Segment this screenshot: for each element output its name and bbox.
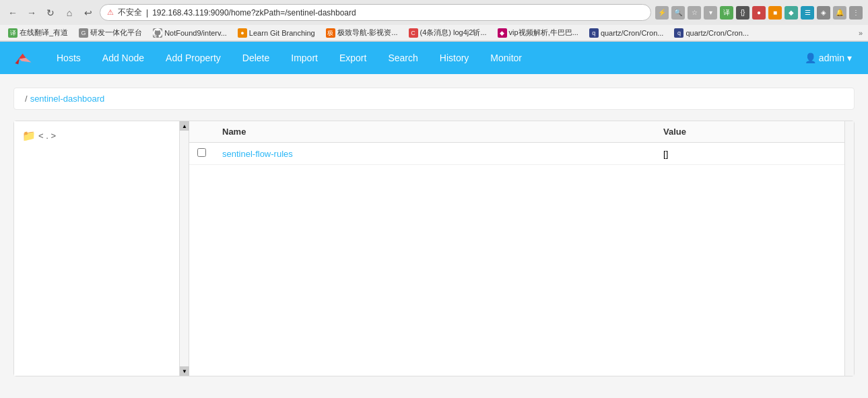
lightning-icon[interactable]: ⚡ — [655, 6, 669, 20]
extension4-icon[interactable]: ☰ — [801, 6, 814, 20]
bookmark-platform[interactable]: G 研发一体化平台 — [76, 27, 145, 38]
page-content: / sentinel-dashboard 📁 < . > ▲ ▼ Name — [0, 74, 868, 390]
bookmark-gitbranch-icon: ● — [238, 28, 247, 38]
bookmark-github-label: NotFound9/interv... — [164, 29, 227, 37]
home-button[interactable]: ⌂ — [62, 5, 77, 20]
admin-icon: 👤 — [805, 53, 816, 63]
address-bar[interactable]: ⚠ 不安全 | 192.168.43.119:9090/home?zkPath=… — [100, 4, 651, 21]
bookmark-quartz1-label: quartz/Cron/Cron... — [601, 29, 664, 37]
scroll-up-button[interactable]: ▲ — [180, 121, 189, 131]
scroll-track — [180, 131, 189, 366]
tree-label: < . > — [38, 131, 56, 141]
reload-button[interactable]: ↻ — [43, 5, 58, 20]
table-header-row: Name Value — [189, 121, 854, 143]
svg-marker-2 — [15, 59, 19, 65]
left-panel: 📁 < . > ▲ ▼ — [14, 121, 189, 376]
bookmark-quartz2-icon: q — [674, 28, 683, 38]
security-label: 不安全 — [118, 7, 142, 18]
row-checkbox-cell — [189, 143, 214, 165]
breadcrumb-link[interactable]: sentinel-dashboard — [30, 94, 105, 104]
breadcrumb-separator: / — [25, 94, 28, 104]
breadcrumb: / sentinel-dashboard — [13, 88, 855, 110]
admin-dropdown-icon: ▾ — [847, 53, 852, 63]
data-table: Name Value sentinel-flow-rules [] — [189, 121, 854, 165]
bookmark-github[interactable]: NotFound9/interv... — [150, 28, 230, 38]
nav-link-hosts[interactable]: Hosts — [46, 42, 92, 74]
bookmark-gitbranch[interactable]: ● Learn Git Branching — [235, 28, 318, 38]
table-body: sentinel-flow-rules [] — [189, 143, 854, 165]
bookmark-log4j[interactable]: C (4条消息) log4j2斩... — [406, 27, 490, 38]
table-header-value: Value — [655, 121, 854, 143]
bookmark-platform-label: 研发一体化平台 — [90, 28, 142, 38]
bookmark-platform-icon: G — [79, 28, 88, 38]
nav-link-add-property[interactable]: Add Property — [155, 42, 232, 74]
bookmark-github-icon — [153, 28, 162, 38]
bookmark-quartz2-label: quartz/Cron/Cron... — [686, 29, 749, 37]
bookmark-log4j-icon: C — [409, 28, 418, 38]
bookmark-quartz2[interactable]: q quartz/Cron/Cron... — [671, 28, 752, 38]
bookmark-gitbranch-label: Learn Git Branching — [249, 29, 315, 37]
extension5-icon[interactable]: ◈ — [817, 6, 830, 20]
back-button[interactable]: ← — [5, 5, 20, 20]
tree-item[interactable]: 📁 < . > — [20, 127, 183, 145]
logo-bird-icon — [11, 47, 32, 69]
admin-label: admin — [819, 53, 844, 63]
bookmark-video-label: 极致导航-影视资... — [337, 28, 398, 38]
nav-link-import[interactable]: Import — [280, 42, 329, 74]
nav-link-search[interactable]: Search — [377, 42, 428, 74]
nav-link-delete[interactable]: Delete — [232, 42, 280, 74]
row-value: [] — [663, 149, 668, 159]
nav-link-monitor[interactable]: Monitor — [479, 42, 533, 74]
bookmark-vip-label: vip视频解析,牛巴巴... — [509, 28, 578, 38]
address-text: 192.168.43.119:9090/home?zkPath=/sentine… — [152, 8, 644, 18]
row-name-cell: sentinel-flow-rules — [214, 143, 655, 165]
extension3-icon[interactable]: ◆ — [784, 6, 798, 20]
row-name-link[interactable]: sentinel-flow-rules — [222, 149, 293, 159]
admin-dropdown[interactable]: 👤 admin ▾ — [799, 50, 857, 66]
bookmark-youdao[interactable]: 译 在线翻译_有道 — [5, 27, 71, 38]
bookmark-youdao-label: 在线翻译_有道 — [20, 28, 68, 38]
star-icon[interactable]: ☆ — [688, 6, 701, 20]
code-icon[interactable]: {} — [736, 6, 749, 20]
table-header-checkbox — [189, 121, 214, 143]
row-value-cell: [] — [655, 143, 854, 165]
bookmarks-overflow[interactable]: » — [859, 29, 863, 37]
nav-right: 👤 admin ▾ — [799, 50, 857, 66]
extension2-icon[interactable]: ■ — [768, 6, 782, 20]
search-icon[interactable]: 🔍 — [671, 6, 685, 20]
address-separator: | — [146, 8, 148, 18]
nav-link-export[interactable]: Export — [329, 42, 377, 74]
translate-icon[interactable]: 译 — [720, 6, 733, 20]
bookmark-video[interactable]: 极 极致导航-影视资... — [323, 27, 401, 38]
nav-link-history[interactable]: History — [429, 42, 480, 74]
row-checkbox[interactable] — [197, 148, 206, 157]
browser-chrome: ← → ↻ ⌂ ↩ ⚠ 不安全 | 192.168.43.119:9090/ho… — [0, 0, 868, 42]
table-header-name: Name — [214, 121, 655, 143]
bookmark-vip[interactable]: ◆ vip视频解析,牛巴巴... — [495, 27, 581, 38]
bookmark-vip-icon: ◆ — [498, 28, 507, 38]
table-row: sentinel-flow-rules [] — [189, 143, 854, 165]
browser-toolbar: ← → ↻ ⌂ ↩ ⚠ 不安全 | 192.168.43.119:9090/ho… — [0, 0, 868, 25]
security-icon: ⚠ — [107, 8, 114, 17]
main-layout: 📁 < . > ▲ ▼ Name Value — [13, 121, 855, 376]
scroll-down-button[interactable]: ▼ — [180, 366, 189, 376]
bookmarks-bar: 译 在线翻译_有道 G 研发一体化平台 NotFound9/interv... … — [0, 25, 868, 41]
bookmark-video-icon: 极 — [326, 28, 335, 38]
bell-icon[interactable]: 🔔 — [833, 6, 846, 20]
forward-button[interactable]: → — [24, 5, 39, 20]
right-panel-scrollbar[interactable] — [844, 121, 854, 376]
nav-links: Hosts Add Node Add Property Delete Impor… — [46, 42, 799, 74]
more-icon[interactable]: ⋮ — [849, 6, 863, 20]
right-panel: Name Value sentinel-flow-rules [] — [189, 121, 854, 376]
app-navbar: Hosts Add Node Add Property Delete Impor… — [0, 42, 868, 74]
history-back-button[interactable]: ↩ — [81, 5, 96, 20]
extension1-icon[interactable]: ● — [752, 6, 766, 20]
menu-icon[interactable]: ▾ — [704, 6, 717, 20]
bookmark-youdao-icon: 译 — [8, 28, 18, 38]
bookmark-quartz1-icon: q — [589, 28, 599, 38]
bookmark-quartz1[interactable]: q quartz/Cron/Cron... — [587, 28, 667, 38]
left-panel-scrollbar[interactable]: ▲ ▼ — [179, 121, 189, 376]
folder-icon: 📁 — [22, 129, 36, 142]
browser-actions: ⚡ 🔍 ☆ ▾ 译 {} ● ■ ◆ ☰ ◈ 🔔 ⋮ — [655, 6, 863, 20]
nav-link-add-node[interactable]: Add Node — [92, 42, 155, 74]
